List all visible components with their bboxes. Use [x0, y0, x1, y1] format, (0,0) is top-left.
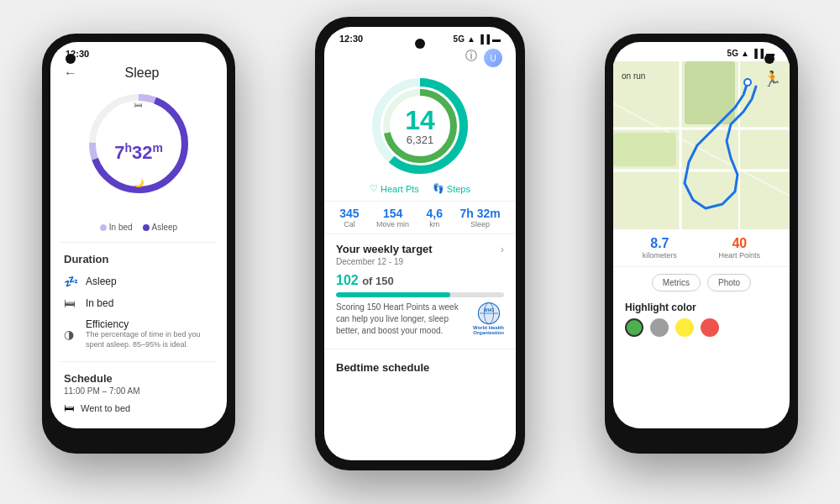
- ring-wrapper: 14 6,321: [370, 76, 470, 176]
- bedtime-section: Bedtime schedule: [324, 354, 516, 380]
- heart-pts-number: 14: [405, 107, 435, 134]
- signal-bars-icon: ▐▐: [478, 34, 490, 44]
- heart-steps-row: ♡ Heart Pts 👣 Steps: [370, 183, 470, 194]
- camera-hole-left: [66, 54, 76, 64]
- who-badge: WHO World Health Organization: [473, 302, 504, 335]
- stat-heartpts: 40 Heart Points: [719, 236, 761, 260]
- svg-point-23: [745, 80, 750, 85]
- sleep-value: 7h 32m: [459, 207, 500, 220]
- who-logo-svg: WHO: [477, 302, 501, 325]
- asleep-icon: 💤: [64, 275, 79, 288]
- movemin-label: Move min: [376, 220, 409, 228]
- right-tabs-row: Metrics Photo: [613, 267, 790, 298]
- tab-photo[interactable]: Photo: [707, 274, 751, 291]
- camera-hole-right: [764, 54, 774, 64]
- legend-inbed: In bed: [100, 223, 133, 232]
- svg-rect-21: [613, 133, 676, 166]
- cal-value: 345: [339, 207, 359, 220]
- legend-dot-inbed: [100, 224, 107, 231]
- sleep-legend: In bed Asleep: [100, 223, 177, 232]
- schedule-time: 11:00 PM – 7:00 AM: [64, 386, 213, 396]
- right-bars-icon: ▐▐: [752, 49, 764, 58]
- sleep-header: ← Sleep: [50, 62, 227, 82]
- ring-center: 14 6,321: [405, 107, 435, 146]
- bed-row-icon: 🛏: [64, 402, 74, 414]
- efficiency-icon: ◑: [64, 328, 79, 341]
- highlight-section: Highlight color: [613, 298, 790, 340]
- inbed-label: In bed: [86, 297, 213, 309]
- wifi-icon: ▲: [467, 34, 475, 44]
- who-text2: Organization: [473, 330, 504, 335]
- sleep-title: Sleep: [84, 66, 200, 81]
- metric-km: 4,6 km: [427, 207, 443, 228]
- legend-label-inbed: In bed: [109, 223, 133, 232]
- svg-text:🌙: 🌙: [134, 177, 144, 188]
- color-red[interactable]: [701, 318, 719, 337]
- steps-label-row: 👣 Steps: [433, 183, 470, 194]
- cal-label: Cal: [344, 220, 355, 228]
- pts-current: 102: [336, 273, 359, 287]
- battery-icon: ▬: [492, 34, 501, 44]
- highlight-title: Highlight color: [625, 302, 778, 313]
- progress-fill: [336, 292, 450, 297]
- weekly-desc-text: Scoring 150 Heart Points a week can help…: [336, 302, 466, 337]
- heart-pts-progress: 102 of 150: [336, 273, 504, 288]
- heartpts-stat-value: 40: [732, 236, 747, 251]
- pts-of: of: [362, 275, 375, 287]
- center-status-icons: 5G ▲ ▐▐ ▬: [454, 34, 501, 44]
- svg-text:🛏: 🛏: [134, 100, 143, 109]
- status-bar-left: 12:30: [50, 42, 227, 62]
- metric-sleep: 7h 32m Sleep: [459, 207, 500, 228]
- legend-label-asleep: Asleep: [152, 223, 178, 232]
- color-yellow[interactable]: [675, 318, 694, 337]
- legend-dot-asleep: [143, 224, 150, 231]
- weekly-target-header: Your weekly target ›: [336, 243, 504, 255]
- phone-center: 12:30 5G ▲ ▐▐ ▬ ⓘ U: [315, 17, 525, 470]
- progress-bar: [336, 292, 504, 297]
- color-green[interactable]: [625, 318, 643, 337]
- tab-metrics[interactable]: Metrics: [652, 274, 701, 291]
- back-arrow-icon[interactable]: ←: [64, 66, 77, 81]
- avatar[interactable]: U: [484, 49, 502, 67]
- steps-icon: 👣: [433, 183, 444, 194]
- schedule-section: Schedule 11:00 PM – 7:00 AM: [50, 369, 227, 399]
- right-stats-row: 8.7 kilometers 40 Heart Points: [613, 229, 790, 267]
- sleep-minutes: 32: [132, 142, 152, 163]
- divider-2: [60, 361, 217, 362]
- info-icon[interactable]: ⓘ: [465, 49, 477, 67]
- color-gray[interactable]: [650, 318, 669, 337]
- steps-number: 6,321: [405, 134, 435, 146]
- chevron-right-icon[interactable]: ›: [501, 244, 504, 255]
- sleep-hours: 7: [114, 142, 124, 163]
- schedule-title: Schedule: [64, 372, 213, 385]
- sleep-label: Sleep: [470, 220, 490, 228]
- km-stat-label: kilometers: [643, 251, 677, 260]
- heart-pts-text: Heart Pts: [381, 184, 419, 194]
- heartpts-stat-label: Heart Points: [719, 251, 761, 260]
- signal-label: 5G: [454, 34, 465, 44]
- heart-icon: ♡: [370, 183, 378, 194]
- metrics-row: 345 Cal 154 Move min 4,6 km 7h 32m Sleep: [324, 201, 516, 234]
- svg-text:WHO: WHO: [484, 308, 494, 312]
- circle-stats: 14 6,321 ♡ Heart Pts 👣 Steps: [324, 67, 516, 201]
- phone-left: 12:30 ← Sleep 🛏 🌙 7h32m: [42, 34, 235, 454]
- pts-total: 150: [375, 275, 394, 287]
- right-wifi-icon: ▲: [741, 49, 749, 58]
- run-figure-icon: 🏃: [763, 70, 781, 88]
- right-screen: 5G ▲ ▐▐ ▬: [613, 42, 790, 428]
- metric-movemin: 154 Move min: [376, 207, 409, 228]
- inbed-icon: 🛏: [64, 297, 79, 310]
- status-bar-right: 5G ▲ ▐▐ ▬: [613, 42, 790, 61]
- sleep-row-efficiency: ◑ Efficiency The percentage of time in b…: [50, 314, 227, 354]
- phone-right: 5G ▲ ▐▐ ▬: [605, 34, 798, 454]
- legend-asleep: Asleep: [143, 223, 178, 232]
- heart-pts-label: ♡ Heart Pts: [370, 183, 419, 194]
- center-divider: [324, 349, 516, 349]
- metric-cal: 345 Cal: [339, 207, 359, 228]
- sleep-time: 7h32m: [114, 141, 163, 164]
- run-label: on run: [622, 71, 645, 81]
- movemin-value: 154: [383, 207, 402, 220]
- asleep-label: Asleep: [86, 276, 213, 287]
- sleep-row-asleep: 💤 Asleep: [50, 270, 227, 292]
- weekly-target-title: Your weekly target: [336, 243, 433, 255]
